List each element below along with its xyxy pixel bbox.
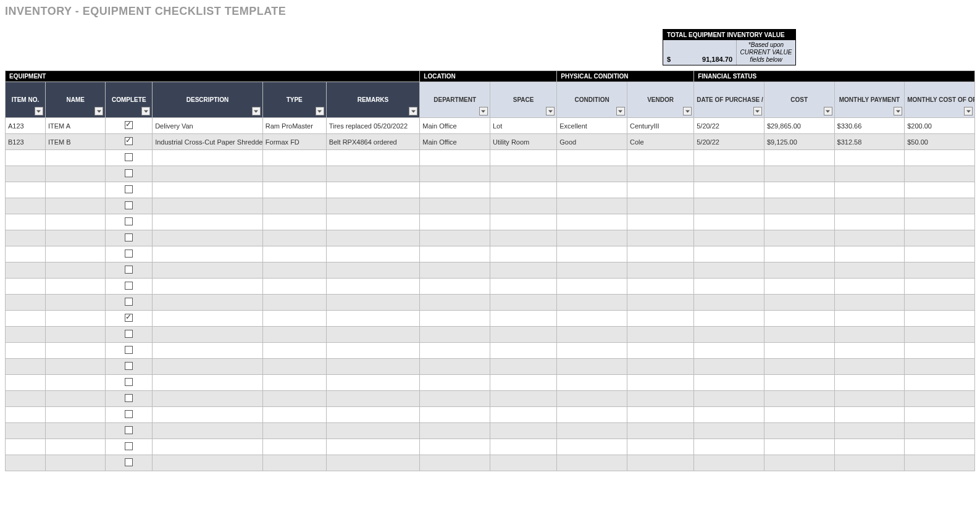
complete-checkbox[interactable]: [125, 169, 133, 177]
cell-vendor[interactable]: [627, 423, 693, 439]
cell-cost[interactable]: $9,125.00: [764, 134, 834, 150]
cell-complete[interactable]: [106, 423, 153, 439]
cell-date[interactable]: [694, 343, 764, 359]
cell-department[interactable]: [420, 246, 490, 262]
cell-name[interactable]: [45, 279, 105, 295]
cell-remarks[interactable]: [326, 166, 420, 182]
cell-name[interactable]: [45, 295, 105, 311]
cell-vendor[interactable]: [627, 295, 693, 311]
cell-vendor[interactable]: [627, 343, 693, 359]
complete-checkbox[interactable]: [125, 394, 133, 402]
cell-condition[interactable]: [557, 246, 627, 262]
cell-type[interactable]: [262, 246, 326, 262]
cell-operation[interactable]: [905, 262, 975, 279]
complete-checkbox[interactable]: [125, 137, 133, 145]
cell-type[interactable]: [262, 150, 326, 166]
cell-complete[interactable]: [106, 230, 153, 246]
cell-date[interactable]: [694, 455, 764, 471]
cell-item_no[interactable]: [6, 375, 46, 391]
cell-payment[interactable]: [834, 455, 905, 471]
cell-condition[interactable]: [557, 279, 627, 295]
cell-description[interactable]: [153, 343, 263, 359]
cell-cost[interactable]: [764, 423, 834, 439]
cell-date[interactable]: [694, 246, 764, 262]
cell-department[interactable]: [420, 182, 490, 198]
cell-description[interactable]: [153, 230, 263, 246]
cell-type[interactable]: [262, 359, 326, 375]
cell-item_no[interactable]: [6, 359, 46, 375]
cell-cost[interactable]: [764, 230, 834, 246]
cell-vendor[interactable]: [627, 230, 693, 246]
cell-cost[interactable]: [764, 327, 834, 343]
cell-payment[interactable]: [834, 182, 905, 198]
cell-operation[interactable]: [905, 439, 975, 455]
cell-remarks[interactable]: [326, 439, 420, 455]
filter-icon[interactable]: [141, 107, 150, 115]
cell-payment[interactable]: $330.66: [834, 118, 905, 134]
cell-vendor[interactable]: [627, 198, 693, 214]
cell-type[interactable]: [262, 166, 326, 182]
cell-item_no[interactable]: [6, 311, 46, 327]
cell-item_no[interactable]: [6, 198, 46, 214]
cell-cost[interactable]: [764, 407, 834, 423]
column-header-operation[interactable]: MONTHLY COST OF OPERATION: [905, 82, 975, 118]
filter-icon[interactable]: [683, 107, 692, 115]
cell-item_no[interactable]: A123: [6, 118, 46, 134]
cell-date[interactable]: [694, 375, 764, 391]
filter-icon[interactable]: [824, 107, 832, 115]
cell-payment[interactable]: [834, 295, 905, 311]
cell-date[interactable]: [694, 166, 764, 182]
cell-condition[interactable]: [557, 150, 627, 166]
cell-type[interactable]: [262, 327, 326, 343]
complete-checkbox[interactable]: [125, 298, 133, 306]
cell-description[interactable]: [153, 262, 263, 279]
filter-icon[interactable]: [894, 107, 902, 115]
cell-operation[interactable]: [905, 423, 975, 439]
filter-icon[interactable]: [546, 107, 555, 115]
cell-department[interactable]: [420, 375, 490, 391]
cell-cost[interactable]: [764, 182, 834, 198]
cell-date[interactable]: [694, 262, 764, 279]
cell-type[interactable]: [262, 182, 326, 198]
cell-operation[interactable]: [905, 230, 975, 246]
cell-cost[interactable]: [764, 391, 834, 407]
cell-vendor[interactable]: [627, 279, 693, 295]
cell-vendor[interactable]: [627, 455, 693, 471]
cell-complete[interactable]: [106, 279, 153, 295]
cell-condition[interactable]: [557, 375, 627, 391]
cell-department[interactable]: Main Office: [420, 134, 490, 150]
cell-date[interactable]: 5/20/22: [694, 134, 764, 150]
cell-payment[interactable]: [834, 311, 905, 327]
cell-payment[interactable]: [834, 343, 905, 359]
complete-checkbox[interactable]: [125, 314, 133, 322]
cell-type[interactable]: Formax FD: [262, 134, 326, 150]
cell-description[interactable]: [153, 279, 263, 295]
cell-operation[interactable]: [905, 150, 975, 166]
cell-operation[interactable]: [905, 391, 975, 407]
cell-remarks[interactable]: [326, 150, 420, 166]
cell-description[interactable]: [153, 246, 263, 262]
cell-type[interactable]: [262, 423, 326, 439]
cell-condition[interactable]: [557, 455, 627, 471]
cell-condition[interactable]: [557, 214, 627, 230]
cell-space[interactable]: [490, 150, 556, 166]
complete-checkbox[interactable]: [125, 410, 133, 418]
complete-checkbox[interactable]: [125, 153, 133, 161]
cell-name[interactable]: [45, 407, 105, 423]
column-header-department[interactable]: DEPARTMENT: [420, 82, 490, 118]
cell-name[interactable]: [45, 359, 105, 375]
cell-vendor[interactable]: [627, 391, 693, 407]
cell-description[interactable]: [153, 407, 263, 423]
column-header-condition[interactable]: CONDITION: [557, 82, 627, 118]
cell-space[interactable]: [490, 343, 556, 359]
column-header-remarks[interactable]: REMARKS: [326, 82, 420, 118]
cell-operation[interactable]: [905, 182, 975, 198]
cell-type[interactable]: [262, 439, 326, 455]
cell-item_no[interactable]: [6, 391, 46, 407]
cell-remarks[interactable]: [326, 391, 420, 407]
cell-cost[interactable]: [764, 150, 834, 166]
cell-cost[interactable]: [764, 279, 834, 295]
cell-name[interactable]: [45, 214, 105, 230]
cell-description[interactable]: [153, 439, 263, 455]
complete-checkbox[interactable]: [125, 330, 133, 338]
